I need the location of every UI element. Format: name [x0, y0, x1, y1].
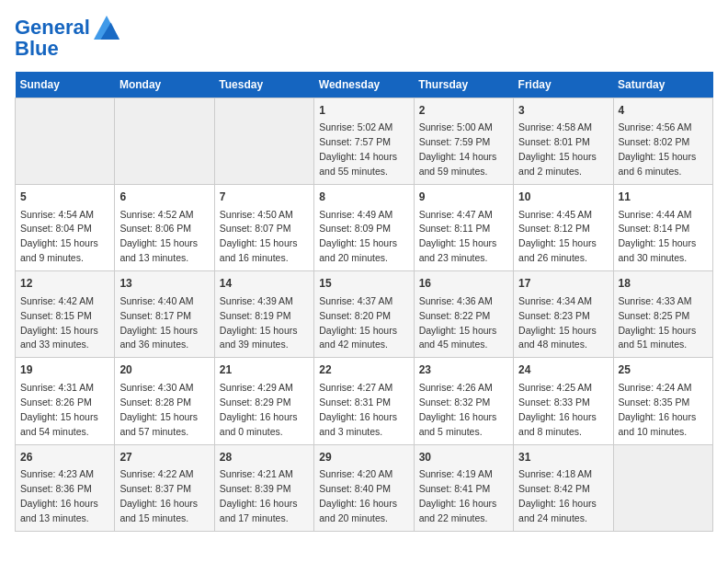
calendar-cell: 15Sunrise: 4:37 AM Sunset: 8:20 PM Dayli… [314, 271, 414, 358]
calendar-cell: 25Sunrise: 4:24 AM Sunset: 8:35 PM Dayli… [613, 358, 712, 444]
calendar-cell: 6Sunrise: 4:52 AM Sunset: 8:06 PM Daylig… [115, 185, 214, 271]
day-number: 20 [119, 362, 209, 378]
day-number: 11 [619, 190, 708, 205]
day-number: 7 [220, 190, 309, 205]
day-number: 2 [419, 103, 508, 119]
day-info: Sunrise: 4:18 AM Sunset: 8:42 PM Dayligh… [518, 468, 597, 523]
day-number: 28 [220, 450, 309, 465]
day-info: Sunrise: 4:54 AM Sunset: 8:04 PM Dayligh… [20, 209, 98, 264]
logo: General Blue [15, 15, 119, 61]
day-info: Sunrise: 4:33 AM Sunset: 8:25 PM Dayligh… [619, 295, 697, 350]
day-info: Sunrise: 4:39 AM Sunset: 8:19 PM Dayligh… [220, 295, 298, 350]
calendar-week-row: 26Sunrise: 4:23 AM Sunset: 8:36 PM Dayli… [16, 444, 713, 531]
calendar-cell: 27Sunrise: 4:22 AM Sunset: 8:37 PM Dayli… [115, 444, 214, 531]
calendar-cell: 13Sunrise: 4:40 AM Sunset: 8:17 PM Dayli… [115, 271, 214, 358]
day-info: Sunrise: 5:00 AM Sunset: 7:59 PM Dayligh… [419, 121, 497, 177]
calendar-cell: 31Sunrise: 4:18 AM Sunset: 8:42 PM Dayli… [514, 444, 613, 531]
day-number: 22 [319, 362, 408, 378]
day-number: 23 [419, 362, 508, 378]
calendar-cell: 9Sunrise: 4:47 AM Sunset: 8:11 PM Daylig… [414, 185, 513, 271]
logo-icon [94, 15, 119, 40]
calendar-cell [613, 444, 712, 531]
day-info: Sunrise: 4:37 AM Sunset: 8:20 PM Dayligh… [319, 295, 397, 350]
calendar-table: SundayMondayTuesdayWednesdayThursdayFrid… [15, 72, 713, 532]
day-number: 9 [419, 190, 508, 205]
day-info: Sunrise: 4:40 AM Sunset: 8:17 PM Dayligh… [119, 295, 198, 350]
calendar-cell: 17Sunrise: 4:34 AM Sunset: 8:23 PM Dayli… [514, 271, 613, 358]
day-info: Sunrise: 5:02 AM Sunset: 7:57 PM Dayligh… [319, 121, 397, 177]
day-number: 1 [319, 103, 408, 119]
calendar-cell: 16Sunrise: 4:36 AM Sunset: 8:22 PM Dayli… [414, 271, 513, 358]
day-number: 12 [20, 276, 109, 292]
day-header-wednesday: Wednesday [314, 72, 414, 98]
day-info: Sunrise: 4:24 AM Sunset: 8:35 PM Dayligh… [619, 382, 697, 437]
calendar-cell: 22Sunrise: 4:27 AM Sunset: 8:31 PM Dayli… [314, 358, 414, 444]
day-info: Sunrise: 4:19 AM Sunset: 8:41 PM Dayligh… [419, 468, 497, 523]
calendar-cell: 20Sunrise: 4:30 AM Sunset: 8:28 PM Dayli… [115, 358, 214, 444]
calendar-cell: 28Sunrise: 4:21 AM Sunset: 8:39 PM Dayli… [214, 444, 313, 531]
day-info: Sunrise: 4:42 AM Sunset: 8:15 PM Dayligh… [20, 295, 98, 350]
calendar-cell: 21Sunrise: 4:29 AM Sunset: 8:29 PM Dayli… [214, 358, 313, 444]
calendar-cell: 26Sunrise: 4:23 AM Sunset: 8:36 PM Dayli… [16, 444, 115, 531]
day-info: Sunrise: 4:47 AM Sunset: 8:11 PM Dayligh… [419, 209, 497, 264]
calendar-cell: 24Sunrise: 4:25 AM Sunset: 8:33 PM Dayli… [514, 358, 613, 444]
day-number: 4 [619, 103, 708, 119]
day-info: Sunrise: 4:29 AM Sunset: 8:29 PM Dayligh… [220, 382, 298, 437]
calendar-cell: 14Sunrise: 4:39 AM Sunset: 8:19 PM Dayli… [214, 271, 313, 358]
day-info: Sunrise: 4:27 AM Sunset: 8:31 PM Dayligh… [319, 382, 397, 437]
day-number: 8 [319, 190, 408, 205]
calendar-week-row: 19Sunrise: 4:31 AM Sunset: 8:26 PM Dayli… [16, 358, 713, 444]
day-number: 31 [518, 450, 608, 465]
day-header-monday: Monday [115, 72, 214, 98]
day-info: Sunrise: 4:58 AM Sunset: 8:01 PM Dayligh… [518, 121, 597, 177]
day-number: 14 [220, 276, 309, 292]
day-number: 25 [619, 362, 708, 378]
day-number: 10 [518, 190, 608, 205]
day-number: 13 [119, 276, 209, 292]
calendar-cell: 29Sunrise: 4:20 AM Sunset: 8:40 PM Dayli… [314, 444, 414, 531]
calendar-cell: 7Sunrise: 4:50 AM Sunset: 8:07 PM Daylig… [214, 185, 313, 271]
calendar-cell: 1Sunrise: 5:02 AM Sunset: 7:57 PM Daylig… [314, 98, 414, 185]
logo-text: General [15, 17, 90, 39]
calendar-cell [214, 98, 313, 185]
calendar-cell: 5Sunrise: 4:54 AM Sunset: 8:04 PM Daylig… [16, 185, 115, 271]
day-info: Sunrise: 4:23 AM Sunset: 8:36 PM Dayligh… [20, 468, 98, 523]
day-number: 24 [518, 362, 608, 378]
day-header-saturday: Saturday [613, 72, 712, 98]
calendar-cell: 2Sunrise: 5:00 AM Sunset: 7:59 PM Daylig… [414, 98, 513, 185]
day-header-sunday: Sunday [16, 72, 115, 98]
calendar-cell: 3Sunrise: 4:58 AM Sunset: 8:01 PM Daylig… [514, 98, 613, 185]
calendar-cell [115, 98, 214, 185]
day-number: 17 [518, 276, 608, 292]
day-number: 18 [619, 276, 708, 292]
day-header-friday: Friday [514, 72, 613, 98]
calendar-cell: 4Sunrise: 4:56 AM Sunset: 8:02 PM Daylig… [613, 98, 712, 185]
day-number: 16 [419, 276, 508, 292]
day-info: Sunrise: 4:49 AM Sunset: 8:09 PM Dayligh… [319, 209, 397, 264]
day-number: 21 [220, 362, 309, 378]
calendar-cell: 11Sunrise: 4:44 AM Sunset: 8:14 PM Dayli… [613, 185, 712, 271]
calendar-cell: 19Sunrise: 4:31 AM Sunset: 8:26 PM Dayli… [16, 358, 115, 444]
day-info: Sunrise: 4:25 AM Sunset: 8:33 PM Dayligh… [518, 382, 597, 437]
day-number: 6 [119, 190, 209, 205]
calendar-cell: 18Sunrise: 4:33 AM Sunset: 8:25 PM Dayli… [613, 271, 712, 358]
calendar-week-row: 12Sunrise: 4:42 AM Sunset: 8:15 PM Dayli… [16, 271, 713, 358]
day-info: Sunrise: 4:44 AM Sunset: 8:14 PM Dayligh… [619, 209, 697, 264]
day-number: 27 [119, 450, 209, 465]
day-number: 26 [20, 450, 109, 465]
calendar-cell: 23Sunrise: 4:26 AM Sunset: 8:32 PM Dayli… [414, 358, 513, 444]
calendar-header-row: SundayMondayTuesdayWednesdayThursdayFrid… [16, 72, 713, 98]
calendar-cell: 30Sunrise: 4:19 AM Sunset: 8:41 PM Dayli… [414, 444, 513, 531]
calendar-week-row: 1Sunrise: 5:02 AM Sunset: 7:57 PM Daylig… [16, 98, 713, 185]
calendar-cell: 12Sunrise: 4:42 AM Sunset: 8:15 PM Dayli… [16, 271, 115, 358]
day-info: Sunrise: 4:20 AM Sunset: 8:40 PM Dayligh… [319, 468, 397, 523]
day-info: Sunrise: 4:31 AM Sunset: 8:26 PM Dayligh… [20, 382, 98, 437]
day-info: Sunrise: 4:26 AM Sunset: 8:32 PM Dayligh… [419, 382, 497, 437]
calendar-cell: 10Sunrise: 4:45 AM Sunset: 8:12 PM Dayli… [514, 185, 613, 271]
day-number: 3 [518, 103, 608, 119]
day-info: Sunrise: 4:45 AM Sunset: 8:12 PM Dayligh… [518, 209, 597, 264]
day-number: 5 [20, 190, 109, 205]
day-number: 15 [319, 276, 408, 292]
day-info: Sunrise: 4:36 AM Sunset: 8:22 PM Dayligh… [419, 295, 497, 350]
page-header: General Blue [15, 15, 713, 61]
